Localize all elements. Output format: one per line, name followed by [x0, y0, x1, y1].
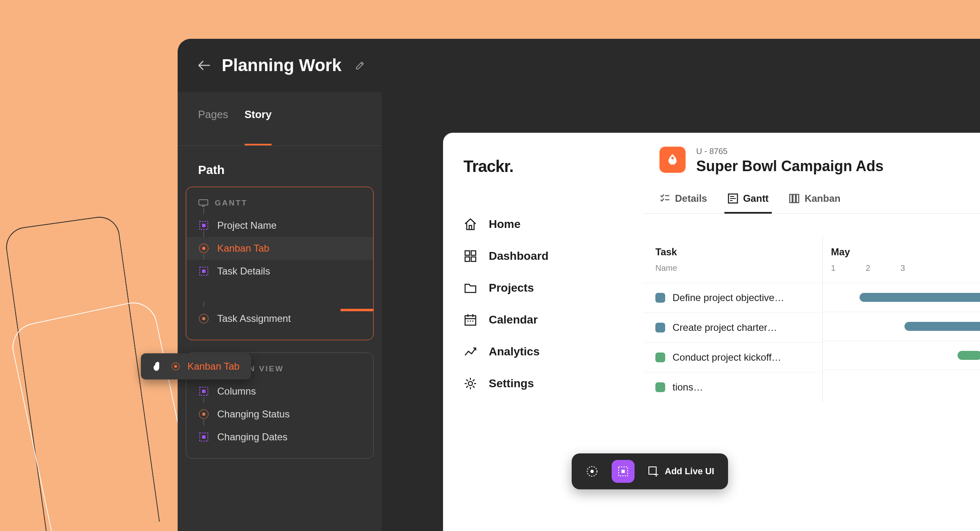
path-item-project-name[interactable]: Project Name — [186, 214, 373, 237]
nav-label: Settings — [489, 377, 534, 390]
chart-icon — [463, 345, 477, 359]
col-subtitle: Name — [655, 263, 810, 273]
target-icon — [198, 243, 209, 254]
nav-label: Projects — [489, 281, 534, 295]
path-item-task-details[interactable]: Task Details — [186, 260, 373, 283]
content-header: U - 8765 Super Bowl Campaign Ads — [643, 133, 980, 175]
grab-hand-icon — [152, 361, 164, 372]
tab-pages[interactable]: Pages — [198, 108, 228, 134]
calendar-icon — [463, 313, 477, 327]
arrow-left-icon — [198, 60, 210, 70]
target-dashed-icon — [586, 465, 598, 477]
add-rect-icon — [648, 466, 659, 477]
left-sidebar: Pages Story Path GANTT Project Name Kanb… — [178, 92, 382, 531]
gantt-task-row[interactable]: Define project objective… — [643, 283, 822, 312]
svg-rect-18 — [465, 251, 470, 255]
nav-settings[interactable]: Settings — [463, 368, 623, 399]
target-icon — [171, 362, 180, 371]
view-tab-gantt[interactable]: Gantt — [728, 193, 769, 213]
grid-icon — [463, 249, 477, 263]
gantt-task-column: Task Name Define project objective… Crea… — [643, 236, 823, 402]
view-tab-details[interactable]: Details — [659, 193, 707, 213]
view-tab-label: Details — [675, 193, 707, 204]
path-item-changing-dates[interactable]: Changing Dates — [186, 426, 373, 448]
svg-rect-21 — [471, 257, 476, 261]
gantt-timeline-header: May 1 2 3 — [823, 236, 980, 283]
task-name: Create project charter… — [673, 322, 777, 333]
path-item-changing-status[interactable]: Changing Status — [186, 403, 373, 426]
edit-title-button[interactable] — [355, 60, 365, 70]
path-item-label: Task Details — [217, 266, 270, 277]
titlebar: Planning Work — [178, 39, 980, 92]
add-live-ui-button[interactable]: Add Live UI — [643, 466, 719, 477]
svg-rect-13 — [202, 390, 205, 393]
svg-point-29 — [468, 382, 472, 386]
page-title: Planning Work — [222, 56, 341, 75]
group-header-gantt: GANTT — [186, 197, 373, 214]
gantt-bar[interactable] — [958, 351, 980, 360]
gantt-icon — [728, 193, 738, 204]
day: 1 — [831, 263, 835, 273]
path-item-label: Task Assignment — [217, 313, 291, 324]
svg-point-5 — [202, 247, 205, 250]
gantt-task-row[interactable]: tions… — [643, 372, 822, 402]
square-dashed-icon — [198, 432, 209, 442]
col-title: Task — [655, 246, 810, 258]
svg-rect-37 — [796, 194, 799, 203]
task-color-indicator — [655, 382, 665, 392]
checklist-icon — [659, 193, 670, 204]
svg-point-28 — [472, 321, 474, 322]
nav-projects[interactable]: Projects — [463, 272, 623, 304]
nav-dashboard[interactable]: Dashboard — [463, 240, 623, 272]
toolbar-select-button[interactable] — [612, 460, 635, 483]
progress-indicator — [341, 309, 373, 311]
task-color-indicator — [655, 293, 665, 303]
gear-icon — [463, 377, 477, 390]
svg-rect-20 — [465, 257, 470, 261]
path-item-columns[interactable]: Columns — [186, 380, 373, 403]
view-tab-kanban[interactable]: Kanban — [789, 193, 840, 213]
svg-point-9 — [202, 317, 205, 320]
tooltip-label: Kanban Tab — [187, 361, 240, 372]
toolbar-target-button[interactable] — [581, 460, 604, 483]
bottom-toolbar: Add Live UI — [572, 453, 728, 489]
task-name: tions… — [673, 382, 703, 393]
day: 3 — [900, 263, 905, 273]
task-color-indicator — [655, 353, 665, 362]
rocket-icon — [665, 152, 680, 167]
gantt-timeline: May 1 2 3 — [823, 236, 980, 402]
month-label: May — [831, 246, 972, 258]
tab-story[interactable]: Story — [245, 108, 272, 134]
gantt-task-header: Task Name — [643, 236, 822, 283]
svg-rect-0 — [199, 200, 208, 205]
gantt-task-row[interactable]: Conduct project kickoff… — [643, 342, 822, 372]
svg-rect-36 — [793, 194, 795, 203]
trackr-logo: Trackr. — [463, 157, 623, 176]
gantt-bar[interactable] — [904, 322, 980, 331]
select-dashed-icon — [617, 465, 629, 477]
monitor-icon — [198, 199, 208, 207]
gantt-task-row[interactable]: Create project charter… — [643, 312, 822, 342]
svg-rect-43 — [621, 470, 625, 473]
day: 2 — [866, 263, 870, 273]
nav-analytics[interactable]: Analytics — [463, 336, 623, 368]
square-dashed-icon — [198, 386, 209, 397]
svg-point-41 — [590, 470, 594, 473]
day-labels: 1 2 3 — [831, 263, 972, 273]
project-code: U - 8765 — [696, 147, 884, 156]
task-color-indicator — [655, 323, 665, 332]
gantt-bar[interactable] — [860, 293, 980, 302]
nav-calendar[interactable]: Calendar — [463, 304, 623, 336]
folder-icon — [463, 281, 477, 295]
nav-label: Calendar — [489, 313, 538, 326]
nav-home[interactable]: Home — [463, 208, 623, 240]
drag-tooltip[interactable]: Kanban Tab — [141, 353, 251, 379]
path-item-kanban-tab[interactable]: Kanban Tab — [186, 237, 373, 260]
view-tabs: Details Gantt Kanban — [643, 180, 980, 214]
section-path-label: Path — [178, 146, 382, 187]
path-group-gantt: GANTT Project Name Kanban Tab Task Detai… — [186, 187, 374, 340]
back-button[interactable] — [198, 60, 210, 70]
path-item-label: Changing Dates — [217, 431, 287, 443]
svg-point-27 — [470, 321, 471, 322]
rocket-badge — [659, 147, 686, 173]
